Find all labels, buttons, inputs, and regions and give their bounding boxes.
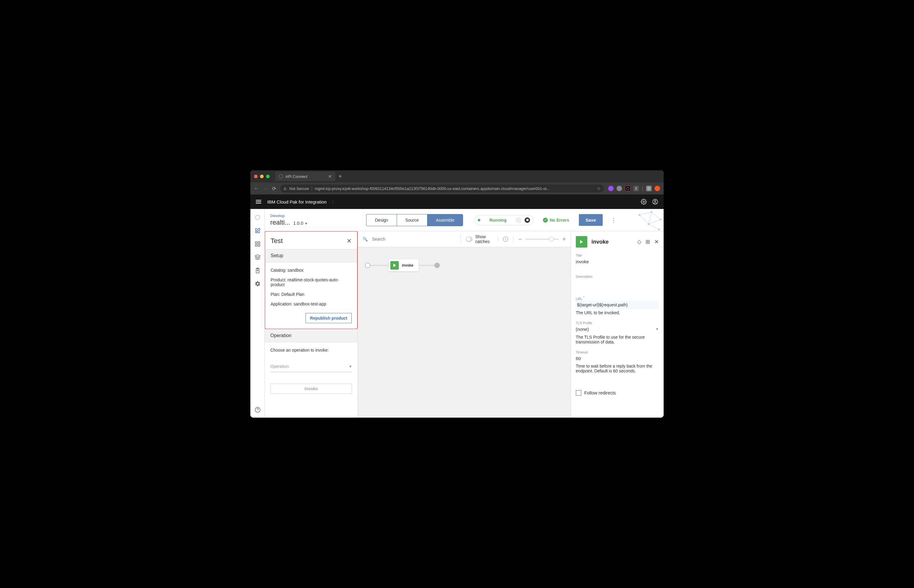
canvas-column: 🔍 Show catches −	[358, 231, 571, 418]
title-field-label: Title	[576, 254, 659, 257]
develop-icon[interactable]	[255, 228, 260, 234]
reload-button[interactable]: ⟳	[272, 186, 276, 191]
tab-assemble[interactable]: Assemble	[427, 215, 463, 226]
menu-button[interactable]	[256, 200, 261, 204]
zoom-out-button[interactable]: −	[518, 236, 522, 243]
play-icon	[390, 261, 399, 270]
api-version-select[interactable]: 1.0.0 ▼	[293, 220, 308, 226]
svg-line-14	[639, 212, 652, 215]
zoom-slider[interactable]	[526, 239, 559, 239]
test-panel-close-button[interactable]: ✕	[346, 237, 352, 244]
tab-favicon-icon	[279, 174, 283, 179]
tls-help-text: The TLS Profile to use for the secure tr…	[576, 335, 659, 344]
url-field[interactable]: $(target-url)$(request.path)	[576, 300, 659, 309]
extension-icon[interactable]	[616, 186, 622, 191]
window-close-button[interactable]	[254, 174, 257, 178]
svg-rect-6	[255, 244, 257, 246]
layers-icon[interactable]	[255, 254, 260, 260]
url-field[interactable]: ⚠ Not Secure | mgmt.icp-proxy.icp4i-work…	[280, 184, 604, 192]
window-maximize-button[interactable]	[266, 174, 270, 178]
more-actions-button[interactable]: ⋮	[610, 216, 616, 224]
browser-tab[interactable]: API Connect ✕	[275, 171, 335, 181]
clipboard-icon[interactable]	[255, 268, 260, 273]
workspace: Test ✕ Setup Catalog: sandbox Product: r…	[265, 231, 663, 418]
setup-product: Product: realtime-stock-quotes-auto-prod…	[270, 278, 352, 287]
follow-redirects-checkbox[interactable]	[576, 390, 581, 396]
status-pill: Running	[474, 215, 533, 225]
settings-nav-icon[interactable]	[255, 281, 260, 287]
view-tabs: Design Source Assemble	[366, 214, 463, 226]
new-tab-button[interactable]: +	[338, 173, 342, 180]
profile-icon[interactable]: D	[646, 186, 652, 191]
properties-title: invoke	[592, 239, 609, 245]
operation-placeholder: Operation	[270, 364, 289, 369]
show-catches-label: Show catches	[475, 234, 493, 244]
url-field-label: URL *	[576, 296, 659, 300]
locate-icon[interactable]	[503, 236, 508, 242]
security-warning-icon: ⚠	[283, 186, 287, 191]
svg-line-17	[649, 220, 661, 224]
window-minimize-button[interactable]	[260, 174, 264, 178]
flow-connector	[370, 265, 388, 266]
svg-point-22	[660, 219, 662, 220]
browser-address-bar: ← → ⟳ ⚠ Not Secure | mgmt.icp-proxy.icp4…	[251, 183, 663, 194]
window-controls	[254, 174, 270, 178]
svg-line-16	[639, 215, 649, 224]
description-field-label: Description	[576, 275, 659, 278]
timeout-field[interactable]	[576, 354, 659, 362]
zoom-in-button[interactable]: +	[562, 236, 566, 243]
svg-line-15	[652, 212, 661, 220]
main-column: Develop realti... 1.0.0 ▼ Design Source …	[265, 209, 663, 418]
description-field[interactable]	[576, 278, 659, 290]
invoke-flow-node[interactable]: invoke	[388, 259, 419, 271]
tab-source[interactable]: Source	[397, 215, 427, 226]
flow-connector	[419, 265, 434, 266]
dashboard-icon[interactable]	[255, 241, 260, 247]
save-button[interactable]: Save	[579, 214, 603, 226]
svg-point-0	[643, 201, 645, 203]
bookmark-icon[interactable]: ☆	[597, 186, 601, 191]
toggle-policy-icon[interactable]: ◇	[637, 239, 641, 245]
settings-icon[interactable]	[641, 199, 647, 205]
no-errors-label: No Errors	[550, 218, 569, 223]
svg-line-18	[649, 224, 659, 229]
svg-point-24	[658, 229, 660, 230]
operation-select[interactable]: Operation ▼	[270, 361, 352, 372]
add-to-palette-icon[interactable]: ⊞	[645, 239, 650, 245]
properties-close-button[interactable]: ✕	[654, 239, 659, 245]
svg-point-3	[255, 215, 260, 220]
develop-link[interactable]: Develop	[270, 213, 340, 218]
extension-icon[interactable]	[608, 186, 613, 191]
republish-product-button[interactable]: Republish product	[306, 313, 352, 323]
flow-canvas[interactable]: invoke	[358, 247, 571, 283]
test-panel: Test ✕ Setup Catalog: sandbox Product: r…	[265, 231, 358, 418]
extension-icon[interactable]	[655, 186, 660, 191]
extension-icon[interactable]: ◯	[625, 186, 631, 191]
status-text: Running	[483, 218, 513, 223]
invoke-button[interactable]: Invoke	[270, 384, 352, 394]
svg-point-20	[639, 214, 641, 216]
api-name: realti...	[270, 219, 290, 226]
flow-start-node[interactable]	[365, 263, 370, 268]
browser-tab-bar: API Connect ✕ +	[251, 170, 663, 183]
search-icon: 🔍	[362, 237, 368, 242]
chevron-down-icon: ▼	[349, 365, 352, 368]
user-icon[interactable]	[652, 199, 658, 205]
tls-profile-select[interactable]: (none) ▼	[576, 325, 659, 333]
title-field[interactable]	[576, 257, 659, 269]
chevron-down-icon: ▼	[655, 327, 659, 331]
home-icon[interactable]	[255, 215, 260, 220]
extension-icon[interactable]: Z	[634, 186, 639, 191]
help-icon[interactable]	[255, 407, 260, 413]
extension-icons: ◯ Z | D	[608, 186, 660, 191]
stop-button[interactable]	[524, 217, 530, 223]
tab-title: API Connect	[285, 174, 307, 179]
forward-button[interactable]: →	[263, 186, 268, 191]
flow-end-node[interactable]	[434, 263, 440, 268]
show-catches-toggle[interactable]	[466, 236, 473, 242]
tab-design[interactable]: Design	[367, 215, 397, 226]
tab-close-button[interactable]: ✕	[328, 174, 332, 179]
search-input[interactable]	[372, 237, 456, 242]
left-rail	[251, 209, 265, 418]
back-button[interactable]: ←	[254, 186, 259, 191]
